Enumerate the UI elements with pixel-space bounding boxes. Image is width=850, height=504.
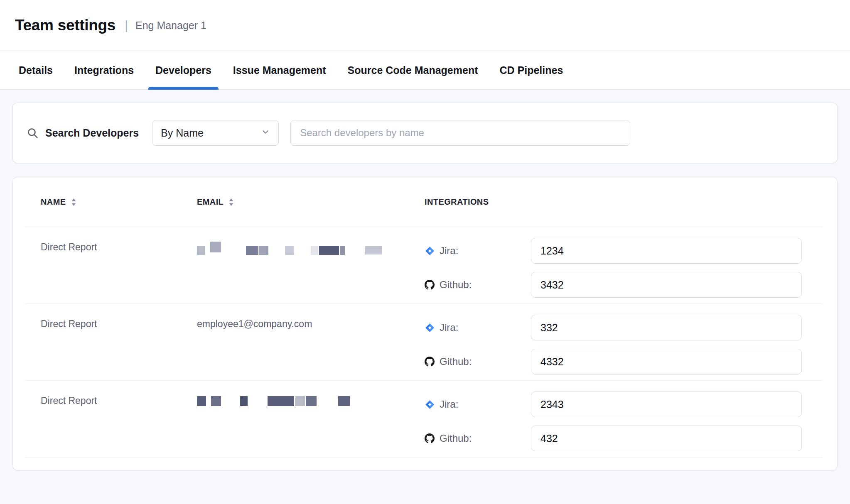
- search-icon: [27, 127, 39, 139]
- integrations-cell: Jira: Github:: [425, 238, 823, 298]
- jira-icon: [425, 399, 435, 409]
- column-header-name: NAME: [41, 197, 197, 207]
- search-filter-select[interactable]: By Name: [152, 120, 279, 146]
- tab-details[interactable]: Details: [12, 51, 60, 89]
- github-label: Github:: [440, 356, 531, 367]
- github-label: Github:: [440, 279, 531, 291]
- github-id-input[interactable]: [531, 272, 802, 298]
- tab-developers[interactable]: Developers: [148, 51, 219, 89]
- name-header-label: NAME: [41, 197, 66, 207]
- integrations-cell: Jira: Github:: [425, 391, 823, 451]
- table-header-row: NAME EMAIL INTEGRATIONS: [13, 177, 837, 227]
- github-id-input[interactable]: [531, 349, 802, 374]
- integrations-header-label: INTEGRATIONS: [425, 197, 489, 207]
- tab-label: Source Code Management: [348, 64, 478, 76]
- row-divider: [25, 457, 823, 458]
- github-icon: [425, 280, 435, 290]
- tab-label: Integrations: [74, 64, 134, 76]
- github-icon: [425, 357, 435, 367]
- sort-name-button[interactable]: [71, 198, 76, 206]
- page-header: Team settings | Eng Manager 1: [0, 0, 850, 51]
- jira-id-input[interactable]: [531, 315, 802, 340]
- jira-integration-row: Jira:: [425, 391, 823, 417]
- developer-name: Direct Report: [41, 391, 197, 451]
- redacted-email-blocks: [197, 242, 382, 255]
- email-cell: [197, 391, 425, 451]
- table-row: Direct Report Jira:: [13, 227, 837, 303]
- jira-integration-row: Jira:: [425, 238, 823, 264]
- jira-icon: [425, 323, 435, 333]
- email-header-label: EMAIL: [197, 197, 224, 207]
- jira-label: Jira:: [440, 245, 531, 257]
- table-row: Direct Report Jira:: [13, 381, 837, 457]
- github-id-input[interactable]: [531, 426, 802, 451]
- filter-selected-value: By Name: [161, 127, 204, 139]
- sort-email-button[interactable]: [228, 198, 234, 206]
- developer-name: Direct Report: [41, 315, 197, 374]
- table-row: Direct Report employee1@company.com Jira…: [13, 304, 837, 380]
- github-integration-row: Github:: [425, 426, 823, 451]
- jira-id-input[interactable]: [531, 391, 802, 417]
- jira-label: Jira:: [440, 399, 531, 410]
- tab-source-code-management[interactable]: Source Code Management: [341, 51, 485, 89]
- email-cell: [197, 238, 425, 298]
- jira-id-input[interactable]: [531, 238, 802, 264]
- page-title: Team settings: [15, 17, 115, 34]
- column-header-email: EMAIL: [197, 197, 425, 207]
- table-body: Direct Report Jira:: [13, 227, 837, 458]
- developer-email: employee1@company.com: [197, 318, 312, 329]
- jira-icon: [425, 246, 435, 256]
- chevron-down-icon: [261, 127, 270, 139]
- jira-label: Jira:: [440, 322, 531, 333]
- redacted-email-blocks: [197, 395, 350, 406]
- github-integration-row: Github:: [425, 272, 823, 298]
- developers-table: NAME EMAIL INTEGRATIONS: [12, 177, 838, 470]
- integrations-cell: Jira: Github:: [425, 315, 823, 374]
- tab-integrations[interactable]: Integrations: [67, 51, 141, 89]
- email-cell: employee1@company.com: [197, 315, 425, 374]
- github-label: Github:: [440, 433, 531, 444]
- title-separator: |: [125, 18, 128, 32]
- tab-label: Issue Management: [233, 64, 326, 76]
- tab-label: CD Pipelines: [500, 64, 563, 76]
- tab-label: Developers: [155, 64, 211, 76]
- jira-integration-row: Jira:: [425, 315, 823, 340]
- tab-label: Details: [19, 64, 53, 76]
- search-card: Search Developers By Name: [12, 103, 838, 163]
- tab-cd-pipelines[interactable]: CD Pipelines: [493, 51, 570, 89]
- tab-issue-management[interactable]: Issue Management: [226, 51, 333, 89]
- content-area: Search Developers By Name NAME: [0, 90, 850, 470]
- github-integration-row: Github:: [425, 349, 823, 374]
- search-developers-label: Search Developers: [45, 127, 139, 139]
- github-icon: [425, 433, 435, 443]
- developer-name: Direct Report: [41, 238, 197, 298]
- search-input[interactable]: [290, 120, 630, 146]
- tab-bar: Details Integrations Developers Issue Ma…: [0, 51, 850, 90]
- page-subtitle: Eng Manager 1: [135, 20, 206, 32]
- column-header-integrations: INTEGRATIONS: [425, 197, 823, 207]
